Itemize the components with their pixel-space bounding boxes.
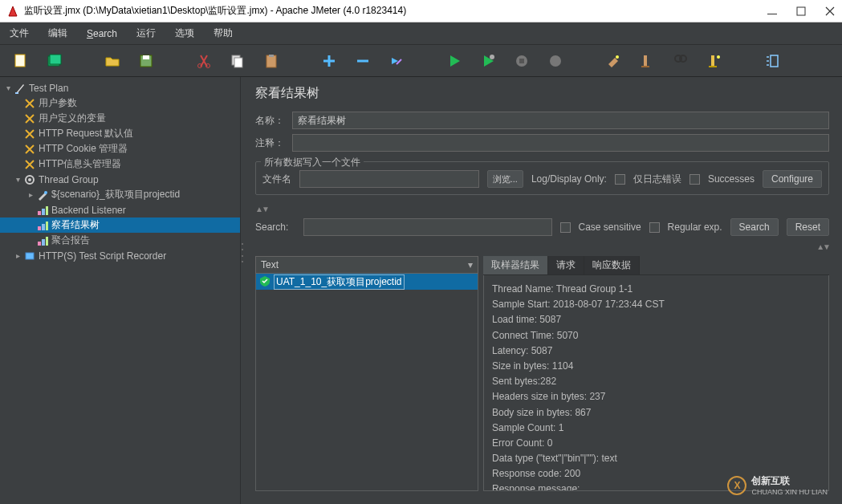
detail-line: Sent bytes:282	[492, 374, 820, 389]
svg-rect-10	[234, 58, 242, 67]
save-icon[interactable]	[133, 48, 159, 74]
clear-icon[interactable]	[600, 48, 626, 74]
name-input[interactable]	[292, 112, 829, 129]
menu-file[interactable]: 文件	[5, 25, 34, 42]
tree-testplan[interactable]: ▾Test Plan	[0, 80, 240, 96]
stop-icon[interactable]	[509, 48, 535, 74]
svg-point-22	[717, 55, 720, 59]
panel-heading: 察看结果树	[255, 85, 829, 102]
tree-backend[interactable]: Backend Listener	[0, 202, 240, 217]
successes-checkbox[interactable]	[689, 174, 700, 185]
functionhelper-icon[interactable]	[759, 48, 785, 74]
start-notimers-icon[interactable]	[475, 48, 501, 74]
errors-only-checkbox[interactable]	[615, 174, 625, 185]
tree-viewresults[interactable]: 察看结果树	[0, 217, 240, 233]
search-input[interactable]	[303, 218, 552, 236]
cut-icon[interactable]	[191, 48, 217, 74]
view-results-panel: 察看结果树 名称： 注释： 所有数据写入一个文件 文件名 浏览... Log/D…	[241, 77, 842, 504]
case-sensitive-label: Case sensitive	[579, 222, 641, 233]
result-row[interactable]: UAT_1_10_获取项目projectid	[256, 274, 478, 290]
collapse-icon[interactable]	[350, 48, 376, 74]
tab-sampler-result[interactable]: 取样器结果	[483, 256, 548, 274]
searchtree-icon[interactable]	[668, 48, 694, 74]
logo-icon: X	[727, 476, 746, 495]
window-titlebar: 监听设置.jmx (D:\MyData\xietian1\Desktop\监听设…	[0, 0, 842, 22]
resetsearch-icon[interactable]	[702, 48, 727, 74]
maximize-icon[interactable]	[795, 6, 807, 17]
sample-name: UAT_1_10_获取项目projectid	[274, 274, 405, 290]
filename-input[interactable]	[299, 170, 479, 188]
menu-search[interactable]: Search	[82, 26, 122, 41]
tree-cookies[interactable]: HTTP Cookie 管理器	[0, 141, 240, 156]
configure-button[interactable]: Configure	[763, 170, 822, 188]
watermark-logo: X 创新互联 CHUANG XIN HU LIAN	[727, 474, 828, 496]
result-tabs: 取样器结果 请求 响应数据	[483, 256, 829, 275]
svg-rect-18	[644, 55, 647, 67]
search-button[interactable]: Search	[730, 218, 779, 236]
detail-line: Data type ("text"|"bin"|""): text	[492, 451, 820, 466]
svg-rect-0	[767, 14, 777, 14]
case-sensitive-checkbox[interactable]	[560, 222, 571, 233]
tab-response[interactable]: 响应数据	[584, 256, 640, 274]
minimize-icon[interactable]	[767, 6, 778, 17]
toggle-icon[interactable]	[384, 48, 409, 74]
open-icon[interactable]	[100, 48, 125, 74]
errors-only-label: 仅日志错误	[633, 173, 681, 186]
app-icon	[6, 5, 19, 18]
tree-recorder[interactable]: ▸HTTP(S) Test Script Recorder	[0, 248, 240, 263]
tree-headers[interactable]: HTTP信息头管理器	[0, 156, 240, 172]
tree-httpdefaults[interactable]: HTTP Request 默认值	[0, 126, 240, 141]
tree-threadgroup[interactable]: ▾Thread Group	[0, 172, 240, 187]
tree-scenario[interactable]: ▸${scenario}_获取项目projectid	[0, 187, 240, 202]
search-label: Search:	[255, 222, 295, 233]
tree-aggreport[interactable]: 聚合报告	[0, 233, 240, 248]
svg-rect-29	[46, 206, 48, 215]
svg-rect-11	[266, 55, 276, 67]
renderer-dropdown[interactable]: Text	[255, 256, 478, 274]
tab-request[interactable]: 请求	[548, 256, 584, 274]
svg-rect-21	[711, 55, 714, 67]
regex-label: Regular exp.	[668, 222, 722, 233]
browse-button[interactable]: 浏览...	[487, 170, 523, 188]
svg-rect-28	[42, 209, 45, 215]
tree-uservars[interactable]: 用户定义的变量	[0, 111, 240, 126]
clearall-icon[interactable]	[634, 48, 660, 74]
detail-line: Headers size in bytes: 237	[492, 389, 820, 404]
comment-input[interactable]	[292, 134, 829, 152]
regex-checkbox[interactable]	[649, 222, 660, 233]
fieldset-legend: 所有数据写入一个文件	[261, 156, 364, 169]
new-icon[interactable]	[8, 48, 34, 74]
detail-line: Sample Start: 2018-08-07 17:23:44 CST	[492, 297, 820, 312]
test-plan-tree[interactable]: ▾Test Plan 用户参数 用户定义的变量 HTTP Request 默认值…	[0, 77, 241, 504]
menu-help[interactable]: 帮助	[209, 25, 238, 42]
shutdown-icon[interactable]	[543, 48, 568, 74]
comment-label: 注释：	[255, 136, 287, 150]
svg-rect-35	[46, 237, 48, 246]
menu-options[interactable]: 选项	[170, 25, 199, 42]
window-title: 监听设置.jmx (D:\MyData\xietian1\Desktop\监听设…	[24, 4, 767, 18]
copy-icon[interactable]	[225, 48, 250, 74]
splitter-handle-icon[interactable]	[240, 241, 244, 265]
templates-icon[interactable]	[42, 48, 67, 74]
close-icon[interactable]	[824, 6, 836, 17]
logdisplay-label: Log/Display Only:	[531, 173, 607, 185]
paste-icon[interactable]	[258, 48, 284, 74]
collapse-handle-icon[interactable]: ▲▼	[255, 205, 829, 213]
success-icon	[259, 275, 270, 289]
expand-icon[interactable]	[316, 48, 342, 74]
reset-button[interactable]: Reset	[787, 218, 829, 236]
start-icon[interactable]	[441, 48, 467, 74]
sampler-result-detail[interactable]: Thread Name: Thread Group 1-1 Sample Sta…	[483, 275, 829, 491]
write-results-fieldset: 所有数据写入一个文件 文件名 浏览... Log/Display Only: 仅…	[255, 161, 829, 195]
results-list[interactable]: UAT_1_10_获取项目projectid	[255, 274, 478, 491]
detail-line: Thread Name: Thread Group 1-1	[492, 282, 820, 297]
svg-rect-1	[797, 7, 805, 15]
tree-userparams[interactable]: 用户参数	[0, 96, 240, 111]
svg-point-13	[490, 55, 494, 59]
menu-run[interactable]: 运行	[132, 25, 161, 42]
svg-rect-2	[15, 55, 25, 67]
svg-rect-30	[38, 226, 41, 230]
menu-edit[interactable]: 编辑	[43, 25, 72, 42]
collapse-handle2-icon[interactable]: ▲▼	[255, 242, 829, 251]
svg-rect-4	[50, 55, 61, 64]
